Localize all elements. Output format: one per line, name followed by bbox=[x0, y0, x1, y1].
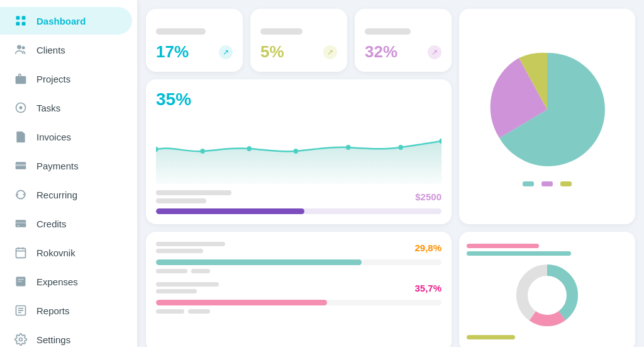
bottom-stat-pct-1: 29,8% bbox=[414, 242, 441, 253]
sidebar-item-invoices[interactable]: Invoices bbox=[0, 123, 132, 151]
stat-arrow-2: ↗ bbox=[323, 45, 337, 59]
progress-fill-purple bbox=[156, 208, 304, 214]
line-chart-svg-area bbox=[156, 115, 441, 184]
donut-line-teal bbox=[467, 251, 571, 256]
sidebar-item-rokovnik[interactable]: Rokovnik bbox=[0, 239, 132, 266]
svg-rect-12 bbox=[16, 222, 26, 224]
svg-rect-3 bbox=[22, 22, 26, 26]
legend-item-green bbox=[523, 181, 534, 186]
small-gray-2b bbox=[188, 309, 210, 314]
main-content: 17% ↗ 5% ↗ 32% ↗ bbox=[137, 0, 644, 347]
sidebar-item-settings[interactable]: Settings bbox=[0, 326, 132, 347]
bottom-gray-bar-1b bbox=[156, 249, 203, 253]
donut-chart bbox=[513, 261, 582, 330]
svg-rect-13 bbox=[17, 225, 19, 227]
tasks-icon bbox=[14, 101, 28, 115]
donut-top-lines bbox=[467, 244, 628, 256]
bottom-gray-bar-2a bbox=[156, 282, 219, 287]
line-progress-bar-row bbox=[156, 208, 441, 214]
svg-rect-19 bbox=[18, 279, 24, 280]
dollar-amount: $2500 bbox=[415, 191, 441, 202]
recurring-icon bbox=[14, 188, 28, 202]
donut-chart-card bbox=[459, 232, 635, 347]
pie-chart bbox=[484, 47, 610, 173]
svg-point-28 bbox=[247, 146, 252, 151]
svg-point-29 bbox=[294, 149, 298, 154]
legend-item-purple bbox=[541, 181, 553, 186]
bottom-stats-card: 29,8% 35,7% bbox=[146, 232, 452, 347]
svg-point-27 bbox=[200, 149, 204, 154]
reports-icon bbox=[14, 304, 28, 317]
stat-card-1: 17% ↗ bbox=[146, 9, 243, 72]
bottom-gray-bar-2b bbox=[156, 289, 197, 293]
svg-rect-14 bbox=[16, 248, 26, 258]
svg-rect-10 bbox=[16, 164, 26, 166]
bottom-stat-row-2: 35,7% bbox=[156, 282, 441, 314]
donut-line-yellow bbox=[467, 335, 515, 339]
sidebar-item-expenses[interactable]: Expenses bbox=[0, 268, 132, 295]
stat-value-3: 32% bbox=[365, 42, 397, 62]
gray-bar-2 bbox=[156, 198, 206, 203]
line-percent: 35% bbox=[156, 89, 191, 110]
stat-label-bar-1 bbox=[156, 28, 206, 35]
bottom-stat-row-1: 29,8% bbox=[156, 242, 441, 273]
sidebar-label-payments: Payments bbox=[36, 161, 79, 171]
legend-item-yellow bbox=[560, 181, 572, 186]
sidebar-item-reports[interactable]: Reports bbox=[0, 297, 132, 324]
gray-bars-left bbox=[156, 190, 231, 203]
payments-icon bbox=[14, 159, 28, 173]
stat-label-bar-2 bbox=[260, 28, 303, 35]
stat-arrow-1: ↗ bbox=[219, 45, 233, 59]
sidebar-label-credits: Credits bbox=[36, 219, 67, 229]
stat-card-3: 32% ↗ bbox=[355, 9, 452, 72]
stat-value-1: 17% bbox=[156, 42, 189, 62]
sidebar: Dashboard Clients Projects Tasks Invoice… bbox=[0, 0, 137, 347]
svg-point-31 bbox=[398, 145, 402, 150]
clients-icon bbox=[14, 43, 28, 57]
sidebar-label-expenses: Expenses bbox=[36, 276, 78, 287]
bottom-progress-track-1 bbox=[156, 259, 441, 265]
svg-rect-2 bbox=[16, 22, 20, 26]
sidebar-item-clients[interactable]: Clients bbox=[0, 36, 132, 64]
rokovnik-icon bbox=[14, 246, 28, 259]
sidebar-label-projects: Projects bbox=[36, 74, 70, 84]
sidebar-label-reports: Reports bbox=[36, 305, 70, 316]
sidebar-item-tasks[interactable]: Tasks bbox=[0, 94, 132, 122]
projects-icon bbox=[14, 72, 28, 86]
sidebar-item-credits[interactable]: Credits bbox=[0, 210, 132, 237]
credits-icon bbox=[14, 217, 28, 230]
dashboard-icon bbox=[14, 14, 28, 28]
sidebar-label-recurring: Recurring bbox=[36, 190, 77, 200]
line-chart-card: 35% bbox=[146, 79, 452, 224]
sidebar-item-projects[interactable]: Projects bbox=[0, 65, 132, 93]
legend-dot-green bbox=[523, 181, 534, 186]
svg-point-25 bbox=[19, 338, 23, 341]
sidebar-item-payments[interactable]: Payments bbox=[0, 152, 132, 179]
donut-line-pink bbox=[467, 244, 539, 248]
sidebar-label-rokovnik: Rokovnik bbox=[36, 247, 75, 258]
sidebar-item-dashboard[interactable]: Dashboard bbox=[0, 7, 132, 35]
legend-dot-yellow bbox=[560, 181, 572, 186]
svg-point-8 bbox=[19, 106, 23, 110]
progress-track bbox=[156, 208, 441, 214]
sidebar-item-recurring[interactable]: Recurring bbox=[0, 181, 132, 208]
small-gray-1b bbox=[191, 269, 210, 273]
bottom-small-bars-2 bbox=[156, 309, 441, 314]
small-gray-1a bbox=[156, 269, 187, 273]
sidebar-label-clients: Clients bbox=[36, 45, 65, 55]
bottom-stat-pct-2: 35,7% bbox=[414, 283, 441, 293]
invoices-icon bbox=[14, 130, 28, 144]
svg-point-30 bbox=[346, 145, 350, 150]
legend-dot-purple bbox=[541, 181, 553, 186]
pie-legend bbox=[523, 181, 572, 186]
stat-card-2: 5% ↗ bbox=[250, 9, 347, 72]
gray-bar-1 bbox=[156, 190, 231, 195]
svg-point-5 bbox=[22, 46, 25, 49]
donut-bottom-lines bbox=[467, 335, 628, 339]
bottom-progress-track-2 bbox=[156, 300, 441, 305]
svg-rect-0 bbox=[16, 16, 20, 20]
stat-label-bar-3 bbox=[365, 28, 411, 35]
sidebar-label-dashboard: Dashboard bbox=[36, 16, 86, 26]
svg-rect-6 bbox=[16, 76, 26, 84]
bottom-gray-bar-1a bbox=[156, 242, 225, 246]
